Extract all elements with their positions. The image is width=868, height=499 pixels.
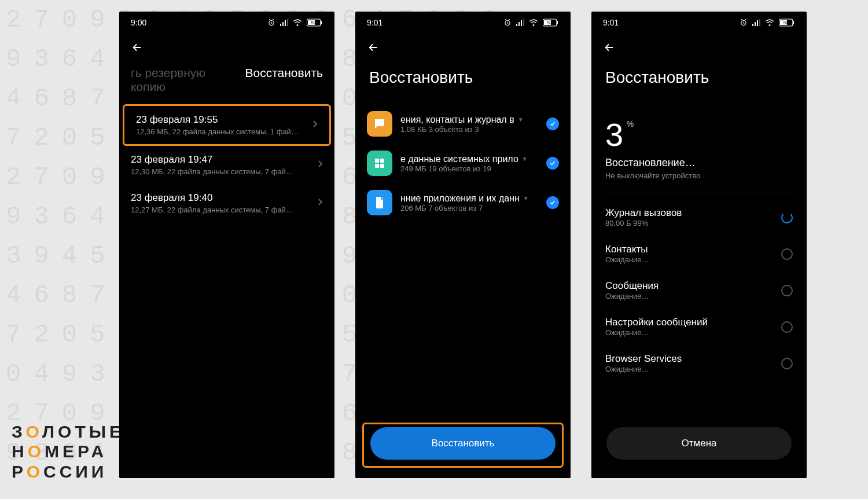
status-text: Восстановление…: [591, 153, 807, 171]
progress-row-title: Настройки сообщений: [605, 317, 708, 328]
svg-rect-11: [516, 24, 517, 26]
svg-rect-28: [759, 19, 760, 26]
spinner-icon: [781, 248, 793, 260]
statusbar: 9:01 56: [591, 12, 807, 34]
progress-row-title: Журнал вызовов: [605, 207, 682, 219]
restore-button[interactable]: Восстановить: [370, 427, 556, 460]
backup-item[interactable]: 23 февраля 19:40 12,27 МБ, 22 файла данн…: [119, 184, 334, 222]
chevron-down-icon: ▼: [522, 156, 528, 162]
progress-row-sub: Ожидание…: [605, 292, 659, 300]
category-title: нние приложения и их данн: [400, 193, 520, 204]
svg-rect-12: [518, 22, 520, 26]
svg-rect-31: [793, 21, 794, 24]
screen-backups-list: 9:00 57 гь резервную копию Восстановить …: [119, 12, 334, 478]
backup-subtitle: 12,30 МБ, 22 файла данных системы, 7 фай…: [131, 167, 293, 177]
alarm-icon: [267, 19, 275, 27]
svg-point-29: [769, 25, 770, 26]
svg-text:56: 56: [784, 20, 789, 25]
svg-rect-7: [321, 21, 322, 24]
category-row[interactable]: ения, контакты и журнал в▼ 1,08 КБ 3 объ…: [355, 104, 571, 144]
svg-rect-1: [280, 24, 281, 26]
signal-icon: [752, 19, 760, 26]
status-time: 9:00: [131, 18, 146, 27]
progress-row: Browser Services Ожидание…: [591, 345, 807, 381]
svg-rect-25: [752, 24, 753, 26]
svg-rect-22: [375, 164, 379, 168]
svg-point-5: [297, 25, 297, 26]
svg-rect-27: [757, 20, 758, 26]
svg-rect-20: [375, 159, 379, 163]
battery-icon: 57: [543, 19, 559, 27]
chevron-right-icon: [317, 160, 323, 170]
spinner-icon: [781, 212, 793, 223]
status-time: 9:01: [603, 18, 619, 27]
category-subtitle: 206 МБ 7 объектов из 7: [400, 204, 538, 212]
divider: [605, 193, 793, 193]
status-subtext: Не выключайте устройство: [591, 171, 807, 193]
svg-rect-2: [282, 22, 284, 26]
back-button[interactable]: [367, 41, 380, 54]
chevron-right-icon: [317, 198, 323, 208]
statusbar: 9:00 57: [119, 12, 334, 34]
svg-rect-17: [557, 21, 558, 24]
back-button[interactable]: [603, 41, 616, 54]
progress-row-sub: 80,00 Б 99%: [605, 219, 682, 228]
signal-icon: [280, 19, 288, 26]
progress-row-sub: Ожидание…: [605, 328, 708, 337]
svg-rect-4: [287, 19, 288, 26]
svg-rect-14: [523, 19, 524, 26]
check-icon[interactable]: [546, 196, 559, 209]
spinner-icon: [781, 358, 793, 369]
backup-subtitle: 12,36 МБ, 22 файла данных системы, 1 фай…: [136, 127, 299, 137]
progress-row-sub: Ожидание…: [605, 365, 682, 373]
progress-row: Журнал вызовов 80,00 Б 99%: [591, 199, 807, 236]
svg-rect-21: [380, 159, 384, 163]
check-icon[interactable]: [546, 118, 559, 130]
system-apps-icon: [367, 151, 392, 176]
progress-row-sub: Ожидание…: [605, 255, 649, 264]
chevron-down-icon: ▼: [523, 195, 529, 201]
svg-point-15: [533, 25, 534, 26]
svg-rect-3: [285, 20, 286, 26]
progress-row: Сообщения Ожидание…: [591, 272, 807, 309]
apps-data-icon: [367, 190, 392, 215]
statusbar: 9:01 57: [355, 12, 571, 34]
progress-row-title: Контакты: [605, 244, 649, 255]
backup-item[interactable]: 23 февраля 19:55 12,36 МБ, 22 файла данн…: [123, 104, 331, 146]
check-icon[interactable]: [546, 157, 559, 170]
spinner-icon: [781, 321, 793, 333]
signal-icon: [516, 19, 524, 26]
tab-restore[interactable]: Восстановить: [245, 66, 323, 94]
wifi-icon: [529, 19, 538, 26]
category-subtitle: 1,08 КБ 3 объекта из 3: [400, 125, 538, 134]
svg-rect-23: [380, 164, 384, 168]
battery-icon: 56: [779, 19, 795, 27]
wifi-icon: [293, 19, 302, 26]
backup-item[interactable]: 23 февраля 19:47 12,30 МБ, 22 файла данн…: [119, 146, 334, 184]
backup-title: 23 февраля 19:55: [136, 113, 299, 127]
category-subtitle: 249 МБ 19 объектов из 19: [400, 164, 538, 173]
progress-percent: 3 %: [605, 116, 623, 153]
alarm-icon: [740, 19, 748, 27]
progress-row: Настройки сообщений Ожидание…: [591, 309, 807, 345]
screen-restore-select: 9:01 57 Восстановить ения, контакты и жу…: [355, 12, 571, 478]
percent-symbol: %: [627, 119, 634, 129]
alarm-icon: [503, 19, 512, 27]
wifi-icon: [765, 19, 774, 26]
backup-title: 23 февраля 19:47: [131, 153, 293, 167]
svg-text:57: 57: [547, 20, 553, 25]
backup-subtitle: 12,27 МБ, 22 файла данных системы, 7 фай…: [131, 205, 293, 215]
svg-rect-13: [521, 20, 522, 26]
cancel-button[interactable]: Отмена: [606, 427, 792, 460]
tab-create-backup[interactable]: гь резервную копию: [131, 66, 236, 94]
progress-row: Контакты Ожидание…: [591, 236, 807, 272]
back-button[interactable]: [131, 41, 144, 54]
category-title: ения, контакты и журнал в: [400, 115, 514, 125]
category-row[interactable]: нние приложения и их данн▼ 206 МБ 7 объе…: [355, 183, 571, 222]
backup-title: 23 февраля 19:40: [131, 191, 293, 205]
chevron-down-icon: ▼: [518, 116, 524, 123]
screen-restore-progress: 9:01 56 Восстановить 3 % Восстановление……: [591, 12, 807, 478]
category-row[interactable]: е данные системных прило▼ 249 МБ 19 объе…: [355, 144, 571, 183]
chevron-right-icon: [312, 120, 318, 130]
progress-row-title: Browser Services: [605, 353, 682, 365]
